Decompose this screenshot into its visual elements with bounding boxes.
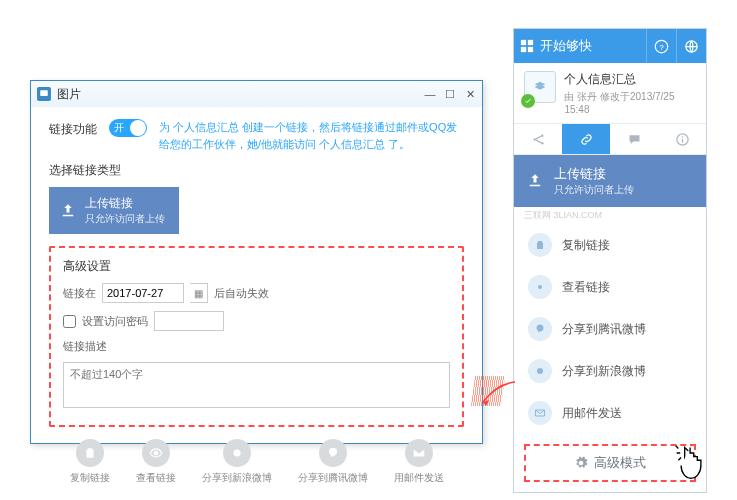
svg-point-14 (681, 136, 683, 138)
tencent-icon (326, 446, 340, 460)
svg-point-16 (538, 285, 542, 289)
svg-point-1 (153, 451, 158, 456)
link-desc-textarea[interactable] (63, 362, 450, 408)
view-icon (149, 446, 163, 460)
document-icon (524, 71, 556, 105)
apps-icon[interactable] (514, 29, 540, 63)
mail-icon (534, 407, 546, 419)
link-settings-dialog: 图片 — ☐ ✕ 链接功能 开 为 个人信息汇总 创建一个链接，然后将链接通过邮… (30, 80, 483, 444)
mail-icon (412, 446, 426, 460)
tab-info[interactable] (658, 124, 706, 154)
svg-point-2 (233, 450, 240, 457)
expire-prefix: 链接在 (63, 286, 96, 301)
svg-point-17 (537, 368, 543, 374)
clipboard-icon (534, 239, 546, 251)
checkmark-icon (521, 94, 535, 108)
panel-view-link[interactable]: 查看链接 (514, 266, 706, 308)
globe-icon[interactable] (676, 29, 706, 63)
panel-share-sina[interactable]: 分享到新浪微博 (514, 350, 706, 392)
password-label: 设置访问密码 (82, 314, 148, 329)
view-link-button[interactable]: 查看链接 (136, 439, 176, 485)
minimize-button[interactable]: — (424, 88, 436, 100)
panel-tabs (514, 123, 706, 155)
annotation-arrow (477, 374, 517, 414)
advanced-mode-button[interactable]: 高级模式 (524, 444, 696, 482)
panel-copy-link[interactable]: 复制链接 (514, 224, 706, 266)
link-feature-label: 链接功能 (49, 119, 97, 138)
upload-icon (59, 202, 77, 220)
watermark: 三联网 3LIAN.COM (514, 207, 706, 224)
svg-point-11 (541, 134, 544, 137)
maximize-button[interactable]: ☐ (444, 88, 456, 100)
send-email-button[interactable]: 用邮件发送 (394, 439, 444, 485)
weibo-icon (534, 365, 546, 377)
dialog-titlebar: 图片 — ☐ ✕ (31, 81, 482, 107)
svg-rect-3 (521, 40, 526, 45)
document-info: 个人信息汇总 由 张丹 修改于2013/7/25 15:48 (514, 63, 706, 123)
svg-rect-6 (528, 47, 533, 52)
expire-date-input[interactable] (102, 283, 184, 303)
advanced-settings-box: 高级设置 链接在 ▦ 后自动失效 设置访问密码 链接描述 (49, 246, 464, 427)
svg-rect-0 (40, 90, 48, 96)
weibo-icon (230, 446, 244, 460)
panel-share-tencent[interactable]: 分享到腾讯微博 (514, 308, 706, 350)
tab-chat[interactable] (610, 124, 658, 154)
svg-rect-4 (528, 40, 533, 45)
clipboard-icon (83, 446, 97, 460)
svg-rect-15 (681, 138, 682, 142)
help-icon[interactable]: ? (646, 29, 676, 63)
select-link-type-label: 选择链接类型 (49, 162, 464, 179)
panel-title: 开始够快 (540, 37, 646, 55)
calendar-icon[interactable]: ▦ (190, 283, 208, 303)
gear-icon (574, 456, 588, 470)
svg-rect-5 (521, 47, 526, 52)
tab-link[interactable] (562, 124, 610, 154)
tab-share[interactable] (514, 124, 562, 154)
close-button[interactable]: ✕ (464, 88, 476, 100)
password-checkbox[interactable] (63, 315, 76, 328)
panel-send-email[interactable]: 用邮件发送 (514, 392, 706, 434)
app-icon (37, 87, 51, 101)
link-desc-label: 链接描述 (63, 339, 107, 354)
svg-text:?: ? (659, 42, 664, 51)
document-meta: 由 张丹 修改于2013/7/25 15:48 (564, 90, 696, 115)
link-feature-description: 为 个人信息汇总 创建一个链接，然后将链接通过邮件或QQ发给您的工作伙伴，她/他… (159, 119, 464, 152)
panel-header: 开始够快 ? (514, 29, 706, 63)
advanced-settings-title: 高级设置 (63, 258, 450, 275)
copy-link-button[interactable]: 复制链接 (70, 439, 110, 485)
password-input[interactable] (154, 311, 224, 331)
expire-suffix: 后自动失效 (214, 286, 269, 301)
share-panel: 开始够快 ? 个人信息汇总 由 张丹 修改于2013/7/25 15:48 上传… (513, 28, 707, 493)
share-tencent-button[interactable]: 分享到腾讯微博 (298, 439, 368, 485)
upload-link-tile[interactable]: 上传链接 只允许访问者上传 (49, 187, 179, 234)
svg-point-10 (533, 138, 536, 141)
panel-upload-link[interactable]: 上传链接 只允许访问者上传 (514, 155, 706, 207)
dialog-action-row: 复制链接 查看链接 分享到新浪微博 分享到腾讯微博 用邮件发送 (49, 439, 464, 485)
document-name: 个人信息汇总 (564, 71, 696, 88)
share-sina-button[interactable]: 分享到新浪微博 (202, 439, 272, 485)
link-feature-toggle[interactable]: 开 (109, 119, 147, 137)
dialog-title: 图片 (57, 86, 81, 103)
svg-point-12 (541, 142, 544, 145)
tencent-icon (534, 323, 546, 335)
upload-icon (526, 172, 544, 190)
view-icon (534, 281, 546, 293)
